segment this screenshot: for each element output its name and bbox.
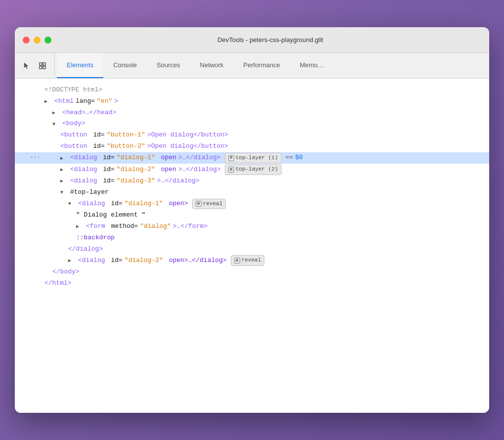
svg-rect-0 xyxy=(40,63,42,65)
svg-rect-2 xyxy=(43,63,45,65)
dom-line-backdrop[interactable]: ::backdrop xyxy=(15,232,489,244)
svg-rect-1 xyxy=(40,66,42,69)
tab-bar: Elements Console Sources Network Perform… xyxy=(15,53,489,79)
expand-icon[interactable]: ▼ xyxy=(68,200,75,207)
line-content: ▼ #top-layer xyxy=(44,187,109,198)
window-title: DevTools - peters-css-playground.glit xyxy=(59,36,481,44)
dom-line-close-body[interactable]: </body> xyxy=(15,266,489,278)
tab-sources[interactable]: Sources xyxy=(147,53,190,78)
reveal-icon: ⊞ xyxy=(234,258,240,264)
line-content: ▼ <body> xyxy=(44,119,85,129)
devtools-window: DevTools - peters-css-playground.glit El… xyxy=(15,27,489,413)
line-content: ▶ <form method= "dialog" >…</form> xyxy=(44,221,208,232)
reveal-badge-2[interactable]: ⊞ reveal xyxy=(231,255,265,266)
line-content: ::backdrop xyxy=(44,233,115,243)
more-options-button[interactable]: ··· xyxy=(30,153,41,163)
dom-line-dialog3[interactable]: ▶ <dialog id= "dialog-3" >…</dialog> xyxy=(15,176,489,187)
dom-line-close-html[interactable]: </html> xyxy=(15,278,489,289)
reveal-icon: ⊞ xyxy=(196,201,202,207)
dom-line-head[interactable]: ▶ <head>…</head> xyxy=(15,107,489,119)
dom-line-form[interactable]: ▶ <form method= "dialog" >…</form> xyxy=(15,221,489,232)
dom-line-toplayer-dialog1[interactable]: ▼ <dialog id= "dialog-1" open> ⊞ reveal xyxy=(15,198,489,210)
traffic-lights xyxy=(23,37,51,44)
line-content: ▶ <head>…</head> xyxy=(44,108,116,118)
line-gutter: ··· xyxy=(15,153,44,163)
tab-network[interactable]: Network xyxy=(190,53,234,78)
expand-icon[interactable]: ▶ xyxy=(44,98,51,105)
dom-line-dialog2[interactable]: ▶ <dialog id= "dialog-2" open >…</dialog… xyxy=(15,164,489,176)
line-content: ▶ <dialog id= "dialog-1" open >…</dialog… xyxy=(44,153,303,164)
reveal-badge-1[interactable]: ⊞ reveal xyxy=(192,199,226,210)
dom-line-dialog-text[interactable]: " Dialog element " xyxy=(15,210,489,221)
tab-elements[interactable]: Elements xyxy=(57,53,103,78)
dom-line-body[interactable]: ▼ <body> xyxy=(15,118,489,130)
expand-icon[interactable]: ▶ xyxy=(60,166,67,173)
line-content: ▶ <html lang= "en" > xyxy=(44,96,118,107)
line-content: ▶ <dialog id= "dialog-3" >…</dialog> xyxy=(44,176,200,186)
expand-icon[interactable]: ▶ xyxy=(60,177,67,184)
expand-icon[interactable]: ▶ xyxy=(60,155,67,162)
inspect-icon[interactable] xyxy=(37,60,48,72)
expand-icon[interactable]: ▼ xyxy=(60,189,67,196)
expand-icon[interactable]: ▶ xyxy=(68,257,75,264)
line-content: </html> xyxy=(44,278,72,289)
top-layer-badge-2[interactable]: ⊞ top-layer (2) xyxy=(225,164,282,175)
elements-panel: <!DOCTYPE html> ▶ <html lang= "en" > ▶ <… xyxy=(15,79,489,413)
line-content: </body> xyxy=(44,267,80,277)
expand-icon[interactable]: ▶ xyxy=(76,223,83,230)
equals-sign: == xyxy=(286,153,294,163)
dom-line-button2[interactable]: <button id= "button-2" >Open dialog</but… xyxy=(15,141,489,152)
dom-line-dialog1[interactable]: ··· ▶ <dialog id= "dialog-1" open >…</di… xyxy=(15,152,489,164)
expand-icon[interactable]: ▶ xyxy=(52,109,59,116)
title-bar: DevTools - peters-css-playground.glit xyxy=(15,27,489,53)
maximize-button[interactable] xyxy=(44,37,51,44)
toolbar-icons xyxy=(19,53,55,78)
top-layer-badge-1[interactable]: ⊞ top-layer (1) xyxy=(225,153,282,164)
dom-line-html[interactable]: ▶ <html lang= "en" > xyxy=(15,96,489,107)
top-layer-icon: ⊞ xyxy=(228,155,234,161)
line-content: ▶ <dialog id= "dialog-2" open >…</dialog… xyxy=(44,164,282,175)
line-content: <!DOCTYPE html> xyxy=(44,85,102,95)
dom-line-close-dialog[interactable]: </dialog> xyxy=(15,244,489,255)
top-layer-icon: ⊞ xyxy=(228,167,234,173)
close-button[interactable] xyxy=(23,37,30,44)
dom-line-toplayer[interactable]: ▼ #top-layer xyxy=(15,187,489,198)
line-content: <button id= "button-1" >Open dialog</but… xyxy=(44,130,228,140)
line-content: ▶ <dialog id= "dialog-2" open>…</dialog>… xyxy=(44,255,264,266)
cursor-icon[interactable] xyxy=(21,60,33,72)
tab-performance[interactable]: Performance xyxy=(233,53,290,78)
tab-console[interactable]: Console xyxy=(103,53,147,78)
svg-rect-3 xyxy=(43,66,45,69)
dom-line-doctype[interactable]: <!DOCTYPE html> xyxy=(15,85,489,96)
line-content: ▼ <dialog id= "dialog-1" open> ⊞ reveal xyxy=(44,199,226,210)
line-content: <button id= "button-2" >Open dialog</but… xyxy=(44,141,228,152)
dom-line-button1[interactable]: <button id= "button-1" >Open dialog</but… xyxy=(15,130,489,141)
line-content: </dialog> xyxy=(44,244,103,255)
dom-line-toplayer-dialog2[interactable]: ▶ <dialog id= "dialog-2" open>…</dialog>… xyxy=(15,255,489,266)
line-content: " Dialog element " xyxy=(44,210,145,220)
doctype-text: <!DOCTYPE html> xyxy=(44,85,102,95)
minimize-button[interactable] xyxy=(34,37,41,44)
dollar-zero: $0 xyxy=(295,153,303,163)
tab-memory[interactable]: Memo… xyxy=(290,53,334,78)
expand-icon[interactable]: ▼ xyxy=(52,121,59,128)
